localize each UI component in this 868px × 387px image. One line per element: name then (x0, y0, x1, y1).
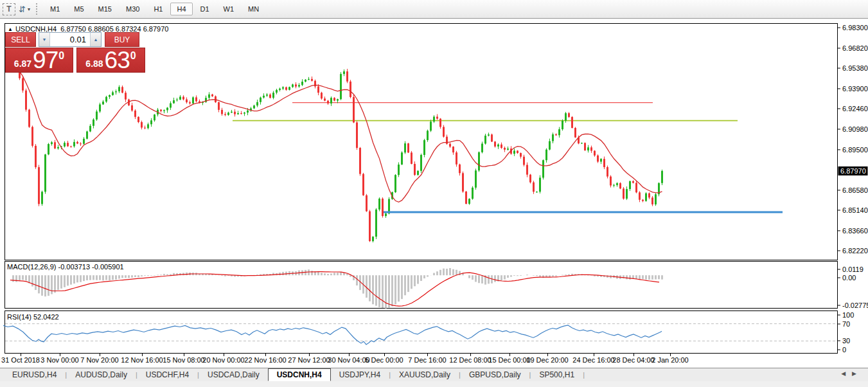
svg-text:6.89500: 6.89500 (842, 146, 868, 154)
text-tool-icon[interactable]: T (3, 3, 15, 15)
panel-frames (5, 24, 838, 354)
svg-text:28 Dec 04:00: 28 Dec 04:00 (612, 356, 654, 364)
macd-label: MACD(12,26,9) -0.003713 -0.005901 (7, 263, 124, 271)
svg-text:0: 0 (842, 346, 846, 354)
timeframe-button-m15[interactable]: M15 (92, 3, 118, 15)
tab-eurusd-h4[interactable]: EURUSD,H4 (4, 368, 65, 381)
svg-text:5 Dec 00:00: 5 Dec 00:00 (365, 356, 403, 364)
sell-price-base: 6.87 (14, 59, 31, 69)
sell-price-tile[interactable]: 6.87970 (5, 48, 73, 73)
svg-text:6.92460: 6.92460 (842, 105, 868, 113)
timeframe-button-d1[interactable]: D1 (194, 3, 216, 15)
tab-usdjpy-h4[interactable]: USDJPY,H4 (331, 368, 389, 381)
svg-text:0.0119: 0.0119 (842, 266, 864, 273)
svg-text:31 Oct 2018: 31 Oct 2018 (1, 356, 40, 364)
svg-text:100: 100 (842, 311, 854, 319)
mt4-window: 6.983006.968206.953806.939006.924606.909… (0, 0, 868, 387)
svg-text:7 Dec 16:00: 7 Dec 16:00 (408, 356, 446, 364)
svg-text:15 Nov 08:00: 15 Nov 08:00 (163, 356, 204, 364)
double-arrow-icon[interactable]: ⇵▾ (18, 3, 31, 15)
status-strip (0, 381, 868, 387)
top-toolbar: T ⇵▾ M1M5M15M30H1H4D1W1MN (0, 0, 868, 19)
svg-text:6.90980: 6.90980 (842, 125, 868, 133)
volume-input[interactable] (50, 33, 90, 46)
svg-text:6.85140: 6.85140 (842, 206, 868, 214)
price-axis: 6.983006.968206.953806.939006.924606.909… (838, 24, 868, 354)
buy-price-pips: 63 (105, 50, 130, 71)
svg-text:30 Nov 04:00: 30 Nov 04:00 (328, 356, 369, 364)
timeframe-button-m1[interactable]: M1 (44, 3, 66, 15)
triangle-up-icon: ▲ (8, 26, 13, 32)
tab-sp500-h1[interactable]: SP500,H1 (531, 368, 583, 381)
svg-text:6.86580: 6.86580 (842, 186, 868, 194)
tab-xauusd-daily[interactable]: XAUUSD,Daily (391, 368, 459, 381)
tab-scroll-right[interactable]: ▶ (852, 370, 863, 377)
timeframe-button-mn[interactable]: MN (242, 3, 265, 15)
sell-price-pips: 97 (33, 50, 58, 71)
svg-text:6.93900: 6.93900 (842, 85, 868, 93)
toolbar-separator (36, 3, 40, 15)
symbol-tabbar: EURUSD,H4|AUDUSD,Daily|USDCHF,H4|USDCAD,… (0, 368, 868, 381)
tab-audusd-daily[interactable]: AUDUSD,Daily (67, 368, 136, 381)
volume-decrease-button[interactable]: ▼ (39, 33, 50, 46)
svg-text:30: 30 (842, 337, 850, 345)
svg-text:19 Dec 20:00: 19 Dec 20:00 (526, 356, 568, 364)
buy-price-base: 6.88 (85, 59, 103, 69)
buy-price-point: 0 (130, 50, 136, 62)
text-tool-glyph: T (6, 4, 11, 14)
svg-text:3 Nov 00:00: 3 Nov 00:00 (40, 356, 78, 364)
svg-text:12 Dec 08:00: 12 Dec 08:00 (449, 356, 491, 364)
tab-scroll-left[interactable]: ◀ (841, 370, 852, 377)
svg-text:6.96820: 6.96820 (842, 44, 868, 52)
svg-text:6.98300: 6.98300 (842, 24, 868, 32)
svg-text:70: 70 (842, 320, 850, 328)
tab-usdcnh-h4[interactable]: USDCNH,H4 (268, 368, 331, 381)
tab-usdchf-h4[interactable]: USDCHF,H4 (137, 368, 197, 381)
chevron-down-icon: ▾ (28, 6, 30, 12)
timeframe-button-h1[interactable]: H1 (147, 3, 169, 15)
volume-stepper: ▼ ▲ (39, 32, 102, 47)
svg-text:7 Nov 20:00: 7 Nov 20:00 (80, 356, 118, 364)
tab-scroll-arrows: ◀▶ (841, 370, 863, 377)
svg-text:12 Nov 16:00: 12 Nov 16:00 (121, 356, 163, 364)
sell-button[interactable]: SELL (5, 32, 36, 47)
rsi-label: RSI(14) 52.0422 (7, 313, 59, 321)
buy-button[interactable]: BUY (105, 32, 139, 47)
one-click-trading-panel: SELL ▼ ▲ BUY 6.87970 6.88630 (5, 32, 145, 73)
timeframe-toolbar: M1M5M15M30H1H4D1W1MN (44, 0, 267, 18)
volume-increase-button[interactable]: ▲ (90, 33, 101, 46)
tab-separator: | (583, 368, 585, 381)
svg-text:0.00: 0.00 (842, 274, 856, 282)
svg-text:-0.027754: -0.027754 (842, 302, 868, 309)
svg-text:6.95380: 6.95380 (842, 64, 868, 72)
tab-usdcad-daily[interactable]: USDCAD,Daily (199, 368, 268, 381)
svg-text:2 Jan 20:00: 2 Jan 20:00 (651, 356, 689, 364)
tab-gbpusd-daily[interactable]: GBPUSD,Daily (461, 368, 529, 381)
sell-price-point: 0 (58, 50, 64, 62)
svg-text:6.82220: 6.82220 (842, 247, 868, 255)
svg-text:24 Dec 16:00: 24 Dec 16:00 (572, 356, 614, 364)
svg-text:6.87970: 6.87970 (840, 167, 866, 175)
buy-price-tile[interactable]: 6.88630 (76, 48, 145, 73)
svg-text:27 Nov 12:00: 27 Nov 12:00 (288, 356, 330, 364)
svg-text:6.83660: 6.83660 (842, 227, 868, 235)
timeframe-button-h4[interactable]: H4 (170, 3, 192, 15)
svg-text:22 Nov 16:00: 22 Nov 16:00 (244, 356, 286, 364)
timeframe-button-m5[interactable]: M5 (67, 3, 90, 15)
time-axis: 31 Oct 20183 Nov 00:007 Nov 20:0012 Nov … (1, 354, 689, 364)
timeframe-button-w1[interactable]: W1 (217, 3, 241, 15)
svg-text:15 Dec 00:00: 15 Dec 00:00 (488, 356, 530, 364)
svg-text:20 Nov 00:00: 20 Nov 00:00 (202, 356, 244, 364)
timeframe-button-m30[interactable]: M30 (120, 3, 146, 15)
